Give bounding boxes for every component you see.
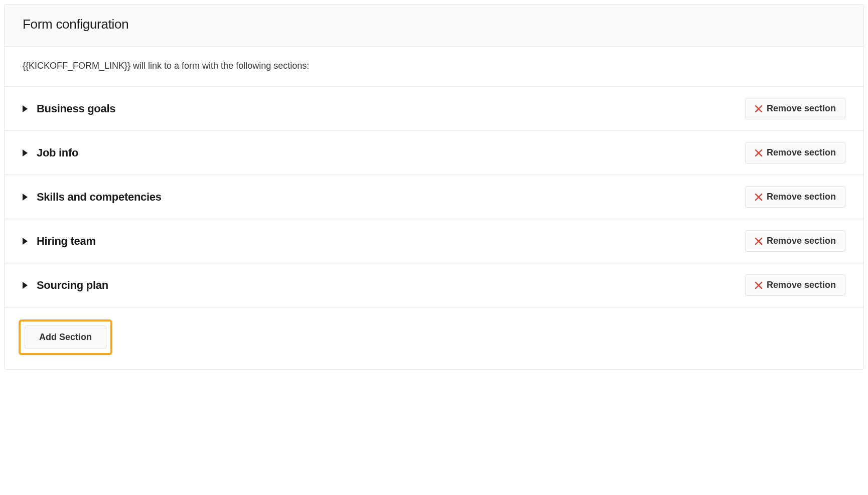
remove-section-label: Remove section: [767, 103, 836, 114]
remove-section-button[interactable]: Remove section: [745, 98, 845, 119]
expand-collapse-icon: [23, 149, 28, 156]
section-toggle[interactable]: Skills and competencies: [23, 191, 162, 204]
section-row-skills-competencies: Skills and competencies Remove section: [5, 175, 863, 219]
section-row-business-goals: Business goals Remove section: [5, 87, 863, 131]
expand-collapse-icon: [23, 238, 28, 245]
remove-section-button[interactable]: Remove section: [745, 142, 845, 163]
expand-collapse-icon: [23, 105, 28, 112]
panel-header: Form configuration: [5, 5, 863, 47]
section-row-sourcing-plan: Sourcing plan Remove section: [5, 263, 863, 307]
expand-collapse-icon: [23, 282, 28, 289]
section-label: Job info: [37, 146, 78, 159]
panel-title: Form configuration: [23, 17, 845, 32]
expand-collapse-icon: [23, 194, 28, 201]
add-section-button[interactable]: Add Section: [25, 325, 106, 349]
close-x-icon: [755, 281, 763, 289]
section-row-job-info: Job info Remove section: [5, 131, 863, 175]
close-x-icon: [755, 237, 763, 245]
remove-section-label: Remove section: [767, 147, 836, 158]
section-toggle[interactable]: Sourcing plan: [23, 279, 108, 292]
close-x-icon: [755, 149, 763, 157]
remove-section-label: Remove section: [767, 236, 836, 246]
remove-section-button[interactable]: Remove section: [745, 274, 845, 296]
remove-section-label: Remove section: [767, 192, 836, 202]
section-label: Hiring team: [37, 235, 96, 248]
panel-footer: Add Section: [5, 307, 863, 369]
section-row-hiring-team: Hiring team Remove section: [5, 219, 863, 263]
section-label: Business goals: [37, 102, 115, 115]
section-toggle[interactable]: Job info: [23, 146, 78, 159]
close-x-icon: [755, 105, 763, 113]
add-section-highlight: Add Section: [19, 319, 112, 355]
section-toggle[interactable]: Business goals: [23, 102, 115, 115]
remove-section-label: Remove section: [767, 280, 836, 290]
section-label: Sourcing plan: [37, 279, 108, 292]
close-x-icon: [755, 193, 763, 201]
remove-section-button[interactable]: Remove section: [745, 230, 845, 252]
form-configuration-panel: Form configuration {{KICKOFF_FORM_LINK}}…: [4, 4, 864, 370]
remove-section-button[interactable]: Remove section: [745, 186, 845, 208]
section-label: Skills and competencies: [37, 191, 162, 204]
section-toggle[interactable]: Hiring team: [23, 235, 96, 248]
intro-text: {{KICKOFF_FORM_LINK}} will link to a for…: [5, 47, 863, 87]
